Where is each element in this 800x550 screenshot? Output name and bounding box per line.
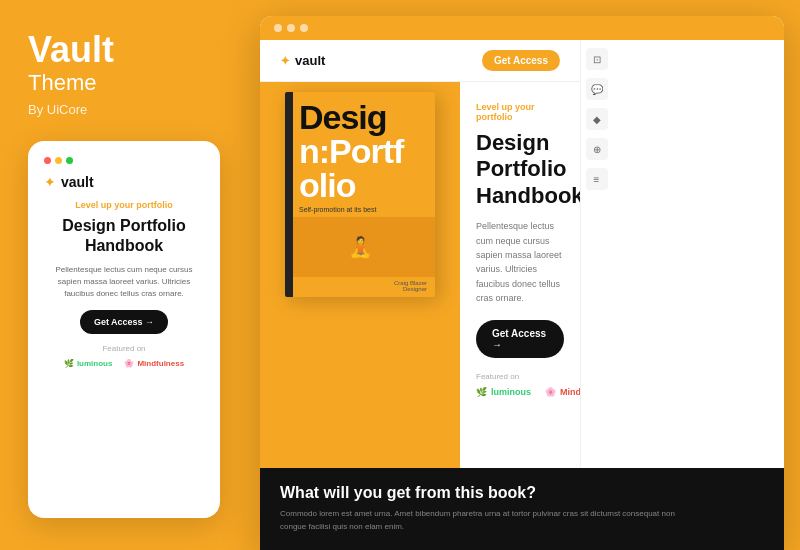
- luminous-icon: 🌿: [64, 359, 74, 368]
- book-title-line3: olio: [285, 168, 435, 202]
- book-title-line2: n:Portf: [285, 134, 435, 168]
- mobile-logo: ✦ vault: [44, 174, 204, 190]
- mobile-dot-green: [66, 157, 73, 164]
- mobile-heading: Design Portfolio Handbook: [44, 216, 204, 256]
- hero-luminous-icon: 🌿: [476, 387, 487, 397]
- mobile-tagline: Level up your portfolio: [44, 200, 204, 210]
- mobile-cta-button[interactable]: Get Access →: [80, 310, 168, 334]
- mobile-featured-label: Featured on: [44, 344, 204, 353]
- left-panel: Vault Theme By UiCore ✦ vault Level up y…: [0, 0, 248, 550]
- bottom-section-body: Commodo lorem est amet urna. Amet bibend…: [280, 508, 680, 534]
- desktop-nav-logo-text: vault: [295, 53, 325, 68]
- desktop-left-content: ✦ vault Get Access Desig n:Portf: [260, 40, 580, 468]
- mobile-mockup-card: ✦ vault Level up your portfolio Design P…: [28, 141, 220, 518]
- mobile-logo-star: ✦: [44, 174, 56, 190]
- bottom-section-heading: What will you get from this book?: [280, 484, 764, 502]
- mobile-logo-mindfulness: 🌸 Mindfulness: [124, 359, 184, 368]
- mobile-window-controls: [44, 157, 204, 164]
- hero-logo-mindfulness: 🌸 Mindfulness: [545, 387, 580, 397]
- mindfulness-icon: 🌸: [124, 359, 134, 368]
- desktop-bottom-section: What will you get from this book? Commod…: [260, 468, 784, 550]
- hero-body: Pellentesque lectus cum neque cursus sap…: [476, 219, 564, 305]
- sidebar-icon-add[interactable]: ⊕: [586, 138, 608, 160]
- hero-tagline: Level up your portfolio: [476, 102, 564, 122]
- sidebar-icon-grid[interactable]: ⊡: [586, 48, 608, 70]
- book-spine-stripe: [285, 92, 293, 297]
- book-cover: Desig n:Portf olio Self-promotion at its…: [285, 92, 435, 297]
- mobile-dot-red: [44, 157, 51, 164]
- hero-image-area: Desig n:Portf olio Self-promotion at its…: [260, 82, 460, 468]
- desktop-nav-star: ✦: [280, 54, 290, 68]
- desktop-titlebar: [260, 16, 784, 40]
- hero-text-content: Level up your portfolio Design Portfolio…: [460, 82, 580, 468]
- mobile-body: Pellentesque lectus cum neque cursus sap…: [44, 264, 204, 300]
- hero-featured-label: Featured on: [476, 372, 564, 381]
- desktop-hero: Desig n:Portf olio Self-promotion at its…: [260, 82, 580, 468]
- right-panel: ✦ vault Get Access Desig n:Portf: [248, 0, 800, 550]
- desktop-top-section: ✦ vault Get Access Desig n:Portf: [260, 40, 784, 468]
- hero-partner-logos: 🌿 luminous 🌸 Mindfulness: [476, 387, 564, 397]
- sidebar-icon-chat[interactable]: 💬: [586, 78, 608, 100]
- desktop-window: ✦ vault Get Access Desig n:Portf: [260, 16, 784, 550]
- mobile-partner-logos: 🌿 luminous 🌸 Mindfulness: [44, 359, 204, 368]
- brand-title: Vault Theme By UiCore: [28, 32, 220, 117]
- desktop-dot-2: [287, 24, 295, 32]
- mobile-logo-text: vault: [61, 174, 94, 190]
- book-author: Craig BlazerDesigner: [285, 277, 435, 297]
- desktop-dot-3: [300, 24, 308, 32]
- desktop-dot-1: [274, 24, 282, 32]
- book-promo-text: Self-promotion at its best: [285, 202, 435, 217]
- desktop-content: ✦ vault Get Access Desig n:Portf: [260, 40, 784, 550]
- mobile-dot-yellow: [55, 157, 62, 164]
- hero-cta-button[interactable]: Get Access →: [476, 320, 564, 358]
- sidebar-icon-diamond[interactable]: ◆: [586, 108, 608, 130]
- hero-logo-luminous: 🌿 luminous: [476, 387, 531, 397]
- hero-mindfulness-icon: 🌸: [545, 387, 556, 397]
- desktop-nav-cta-button[interactable]: Get Access: [482, 50, 560, 71]
- desktop-nav-logo: ✦ vault: [280, 53, 325, 68]
- sidebar-icon-menu[interactable]: ≡: [586, 168, 608, 190]
- hero-heading: Design Portfolio Handbook: [476, 130, 564, 209]
- book-title-line1: Desig: [285, 92, 435, 134]
- desktop-sidebar-icons: ⊡ 💬 ◆ ⊕ ≡: [580, 40, 612, 468]
- desktop-nav: ✦ vault Get Access: [260, 40, 580, 82]
- mobile-logo-luminous: 🌿 luminous: [64, 359, 113, 368]
- book-person-illustration: 🧘: [285, 217, 435, 277]
